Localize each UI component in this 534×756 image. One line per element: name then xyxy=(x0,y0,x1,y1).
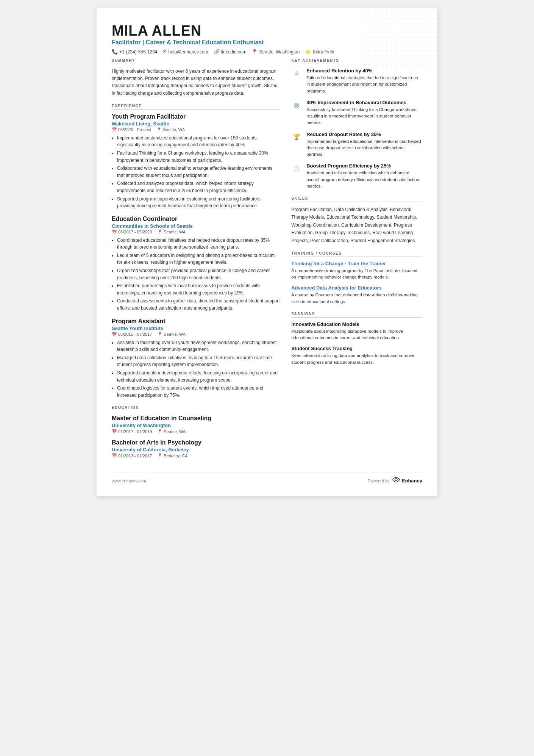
achievement-content-3: Reduced Dropout Rates by 35% Implemented… xyxy=(306,131,422,158)
job-bullets-3: Assisted in facilitating over 50 youth d… xyxy=(112,339,280,399)
resume-page: MILA ALLEN Facilitator | Career & Techni… xyxy=(97,8,437,496)
job-title-3: Program Assistant xyxy=(112,318,280,325)
loc-icon-1: 📍 xyxy=(156,127,162,132)
training-title-2: Advanced Data Analysis for Educators xyxy=(291,285,422,291)
brand-name: Enhancv xyxy=(402,478,422,484)
email-text: help@enhancv.com xyxy=(168,49,208,55)
contact-email: ✉ help@enhancv.com xyxy=(162,49,208,55)
training-section: TRAINING / COURSES Thinking for a Change… xyxy=(291,251,422,305)
passion-desc-2: Keen interest in utilizing data and anal… xyxy=(291,352,422,366)
loc-icon-edu-1: 📍 xyxy=(157,429,162,434)
job-company-1: Wakeland Living, Seattle xyxy=(112,121,280,127)
job-location-1: 📍 Seattle, WA xyxy=(156,127,185,132)
enhancv-logo: Enhancv xyxy=(392,477,422,485)
calendar-icon-2: 📅 xyxy=(112,230,117,235)
bullet-1-4: Collected and analyzed progress data, wh… xyxy=(117,180,280,194)
achievement-content-4: Boosted Program Efficiency by 25% Analyz… xyxy=(306,163,422,189)
job-entry-3: Program Assistant Seattle Youth Institut… xyxy=(112,318,280,399)
cal-icon-edu-1: 📅 xyxy=(112,429,117,434)
loc-icon-3: 📍 xyxy=(157,332,162,337)
achievement-desc-4: Analyzed and utilized data collection wh… xyxy=(306,170,422,189)
bullet-1-5: Supported program supervisors in evaluat… xyxy=(117,196,280,210)
bullet-2-1: Coordinated educational initiatives that… xyxy=(117,237,280,251)
education-label: EDUCATION xyxy=(112,405,280,411)
passions-label: PASSIONS xyxy=(291,312,422,318)
training-desc-1: A comprehensive training program by The … xyxy=(291,268,422,281)
passions-section: PASSIONS Innovative Education Models Pas… xyxy=(291,312,422,366)
job-meta-1: 📅 06/2020 - Present 📍 Seattle, WA xyxy=(112,127,280,132)
calendar-icon-1: 📅 xyxy=(112,127,117,132)
candidate-name: MILA ALLEN xyxy=(112,23,422,39)
edu-meta-2: 📅 01/2013 - 01/2017 📍 Berkeley, CA xyxy=(112,453,280,458)
bullet-2-2: Led a team of 5 educators in designing a… xyxy=(117,252,280,266)
summary-text: Highly motivated facilitator with over 6… xyxy=(112,68,280,97)
passion-entry-2: Student Success Tracking Keen interest i… xyxy=(291,346,422,366)
edu-loc-2: 📍 Berkeley, CA xyxy=(157,453,187,458)
achievement-desc-2: Successfully facilitated Thinking for a … xyxy=(306,106,422,126)
skills-text: Program Facilitation, Data Collection & … xyxy=(291,206,422,244)
edu-degree-1: Master of Education in Counseling xyxy=(112,415,280,422)
linkedin-icon: 🔗 xyxy=(214,49,220,55)
job-location-3: 📍 Seattle, WA xyxy=(157,332,186,337)
loc-icon-edu-2: 📍 xyxy=(157,453,162,458)
training-label: TRAINING / COURSES xyxy=(291,251,422,257)
location-text: Seattle, Washington xyxy=(259,49,300,55)
footer-powered: Powered by Enhancv xyxy=(368,477,422,485)
achievement-icon-1: ☆ xyxy=(291,68,302,78)
summary-label: SUMMARY xyxy=(112,58,280,64)
achievement-4: ◌ Boosted Program Efficiency by 25% Anal… xyxy=(291,163,422,189)
training-desc-2: A course by Coursera that enhanced data-… xyxy=(291,292,422,305)
phone-text: +1-(234)-555-1234 xyxy=(119,49,157,55)
job-title-1: Youth Program Facilitator xyxy=(112,113,280,120)
bullet-1-1: Implemented customized educational progr… xyxy=(117,135,280,149)
bullet-3-3: Supported curriculum development efforts… xyxy=(117,369,280,383)
passion-title-1: Innovative Education Models xyxy=(291,321,422,327)
powered-by-text: Powered by xyxy=(368,479,390,483)
achievements-label: KEY ACHIEVEMENTS xyxy=(291,58,422,64)
footer-url: www.enhancv.com xyxy=(112,479,146,483)
achievement-desc-3: Implemented targeted educational interve… xyxy=(306,138,422,158)
bullet-2-5: Conducted assessments to gather data, di… xyxy=(117,297,280,311)
training-title-1: Thinking for a Change - Train the Traine… xyxy=(291,261,422,266)
bullet-2-4: Established partnerships with local busi… xyxy=(117,282,280,296)
education-section: EDUCATION Master of Education in Counsel… xyxy=(112,405,280,458)
loc-icon-2: 📍 xyxy=(157,230,162,235)
right-column: KEY ACHIEVEMENTS ☆ Enhanced Retention by… xyxy=(291,58,422,465)
achievement-1: ☆ Enhanced Retention by 40% Tailored edu… xyxy=(291,68,422,94)
bullet-2-3: Organized workshops that provided practi… xyxy=(117,267,280,281)
resume-footer: www.enhancv.com Powered by Enhancv xyxy=(112,473,422,485)
job-title-2: Education Coordinator xyxy=(112,216,280,222)
achievement-icon-2: ◎ xyxy=(291,100,302,110)
contact-info: 📞 +1-(234)-555-1234 ✉ help@enhancv.com 🔗… xyxy=(112,49,422,55)
job-meta-2: 📅 08/2017 - 05/2020 📍 Seattle, WA xyxy=(112,230,280,235)
achievement-icon-4: ◌ xyxy=(291,163,302,174)
achievement-3: 🏆 Reduced Dropout Rates by 35% Implement… xyxy=(291,131,422,158)
achievement-content-1: Enhanced Retention by 40% Tailored educa… xyxy=(306,68,422,94)
job-bullets-2: Coordinated educational initiatives that… xyxy=(112,237,280,312)
extra-text: Extra Field xyxy=(312,49,334,55)
passion-entry-1: Innovative Education Models Passionate a… xyxy=(291,321,422,341)
experience-section: EXPERIENCE Youth Program Facilitator Wak… xyxy=(112,104,280,399)
achievement-title-1: Enhanced Retention by 40% xyxy=(306,68,422,74)
edu-meta-1: 📅 01/2017 - 01/2019 📍 Seattle, WA xyxy=(112,429,280,434)
achievement-content-2: 30% Improvement in Behavioral Outcomes S… xyxy=(306,100,422,126)
edu-school-2: University of California, Berkeley xyxy=(112,447,280,452)
achievements-section: KEY ACHIEVEMENTS ☆ Enhanced Retention by… xyxy=(291,58,422,189)
header-section: MILA ALLEN Facilitator | Career & Techni… xyxy=(112,23,422,55)
enhancv-logo-icon xyxy=(392,477,400,485)
contact-extra: ⭐ Extra Field xyxy=(305,49,334,55)
job-company-3: Seattle Youth Institute xyxy=(112,326,280,331)
summary-section: SUMMARY Highly motivated facilitator wit… xyxy=(112,58,280,97)
achievement-desc-1: Tailored educational strategies that led… xyxy=(306,75,422,94)
edu-entry-1: Master of Education in Counseling Univer… xyxy=(112,415,280,434)
job-entry-2: Education Coordinator Communities In Sch… xyxy=(112,216,280,312)
achievement-title-4: Boosted Program Efficiency by 25% xyxy=(306,163,422,169)
training-entry-1: Thinking for a Change - Train the Traine… xyxy=(291,261,422,281)
job-date-1: 📅 06/2020 - Present xyxy=(112,127,151,132)
edu-loc-1: 📍 Seattle, WA xyxy=(157,429,186,434)
achievement-2: ◎ 30% Improvement in Behavioral Outcomes… xyxy=(291,100,422,126)
email-icon: ✉ xyxy=(162,49,167,55)
job-bullets-1: Implemented customized educational progr… xyxy=(112,135,280,210)
location-icon: 📍 xyxy=(251,49,258,55)
bullet-3-2: Managed data collection initiatives, lea… xyxy=(117,354,280,368)
